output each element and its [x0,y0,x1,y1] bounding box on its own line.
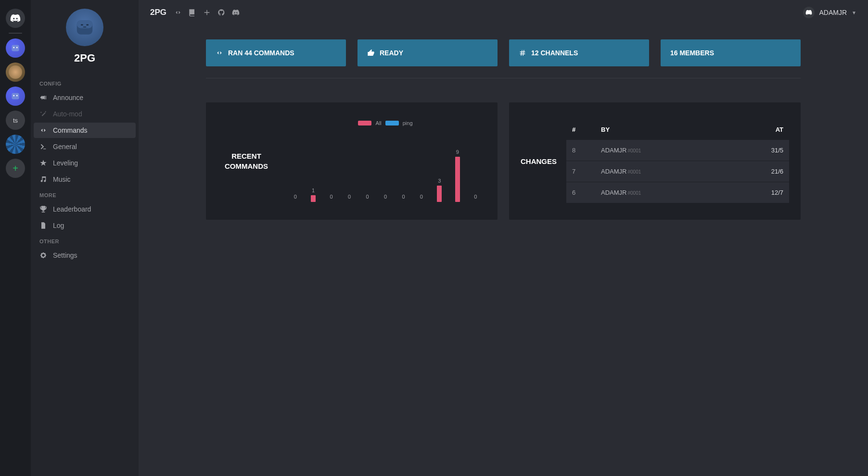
bar [437,186,442,202]
nav-label: Leveling [53,159,78,167]
stats-row: RAN 44 COMMANDS READY 12 CHANNELS 16 MEM… [206,39,801,78]
section-other: OTHER [34,234,136,247]
nav-announce[interactable]: Announce [34,90,136,105]
section-more: MORE [34,188,136,201]
legend-swatch [358,121,371,125]
svg-rect-9 [86,25,89,25]
bullhorn-icon [39,94,47,101]
panels-row: RECENT COMMANDS Allping 01000000390 CHAN… [206,102,801,220]
nav-leaderboard[interactable]: Leaderboard [34,201,136,217]
rail-discord-home[interactable] [6,9,25,28]
svg-rect-10 [83,26,87,27]
changes-row[interactable]: 8ADAMJR#000131/5 [566,140,789,161]
changes-row[interactable]: 7ADAMJR#000121/6 [566,161,789,182]
rail-server-4[interactable] [6,135,25,154]
topbar-icons [174,9,240,16]
nav-label: Auto-mod [53,110,82,118]
nav-commands[interactable]: Commands [34,123,136,138]
stat-channels[interactable]: 12 CHANNELS [509,39,649,66]
col-at: AT [750,126,783,133]
svg-point-4 [13,95,14,97]
bar-value-label: 0 [474,194,477,200]
change-num: 8 [572,147,601,154]
thumbs-up-icon [367,49,375,57]
nav-log[interactable]: Log [34,218,136,233]
github-icon[interactable] [217,9,225,16]
stat-label: READY [380,49,403,57]
stat-ready[interactable]: READY [357,39,498,66]
chart-title: RECENT COMMANDS [217,151,275,171]
change-by: ADAMJR#0001 [601,168,750,175]
topbar: 2PG ADAMJR ▼ [139,0,868,25]
gear-icon [39,251,47,259]
svg-rect-3 [12,93,19,100]
rail-server-ts[interactable]: ts [6,111,25,130]
file-icon [39,222,47,229]
nav-automod: Auto-mod [34,106,136,122]
plus-icon[interactable] [203,9,211,16]
bar-value-label: 3 [438,178,441,184]
stat-label: RAN 44 COMMANDS [228,49,294,57]
book-icon[interactable] [189,9,196,16]
user-menu[interactable]: ADAMJR ▼ [803,7,856,18]
panel-recent-commands: RECENT COMMANDS Allping 01000000390 [206,102,498,220]
bar-value-label: 0 [366,194,369,200]
wand-icon [39,110,47,118]
terminal-icon [39,143,47,150]
code-icon[interactable] [174,9,182,16]
legend-label: ping [403,120,413,126]
discord-icon[interactable] [232,9,240,16]
nav-label: General [53,143,77,150]
nav-label: Log [53,222,64,229]
nav-label: Settings [53,251,77,259]
nav-leveling[interactable]: Leveling [34,155,136,171]
bar-group: 0 [365,194,370,202]
rail-server-1[interactable] [6,38,25,58]
nav-music[interactable]: Music [34,172,136,187]
bot-avatar-icon [72,15,97,40]
rail-server-2[interactable] [6,63,25,82]
change-num: 6 [572,189,601,196]
bar-group: 0 [347,194,352,202]
bar-group: 0 [473,194,478,202]
rail-ts-label: ts [13,117,18,124]
stat-commands[interactable]: RAN 44 COMMANDS [206,39,346,66]
change-by: ADAMJR#0001 [601,189,750,196]
bar [455,157,460,202]
bar [311,195,316,202]
bar-group: 0 [293,194,298,202]
svg-point-2 [16,47,18,49]
nav-label: Commands [53,126,88,134]
svg-point-5 [16,95,18,97]
user-name: ADAMJR [819,9,847,16]
rail-add-server[interactable]: + [6,159,25,178]
col-num: # [572,126,601,133]
bar-value-label: 9 [456,149,459,155]
change-at: 12/7 [750,189,783,196]
bar-group: 3 [437,178,442,202]
panel-changes: CHANGES # BY AT 8ADAMJR#000131/57ADAMJR#… [509,102,801,220]
server-rail: ts + [0,0,31,476]
plus-icon: + [13,163,18,174]
bar-value-label: 1 [312,188,315,193]
code-icon [216,49,223,57]
nav-label: Music [53,175,71,183]
section-config: CONFIG [34,76,136,89]
rail-server-3[interactable] [6,87,25,106]
trophy-icon [39,205,47,213]
legend-swatch [385,121,399,125]
changes-table: # BY AT 8ADAMJR#000131/57ADAMJR#000121/6… [566,119,789,203]
music-icon [39,175,47,183]
chart-legend: Allping [285,120,486,126]
code-icon [39,126,47,134]
nav-general[interactable]: General [34,139,136,154]
chart-area: Allping 01000000390 [285,120,486,202]
caret-down-icon: ▼ [852,10,856,15]
bar-group: 0 [401,194,406,202]
nav-settings[interactable]: Settings [34,248,136,263]
bar-value-label: 0 [402,194,405,200]
bot-avatar[interactable] [66,9,103,46]
stat-members[interactable]: 16 MEMBERS [661,39,801,66]
bar-value-label: 0 [348,194,351,200]
changes-row[interactable]: 6ADAMJR#000112/7 [566,182,789,203]
